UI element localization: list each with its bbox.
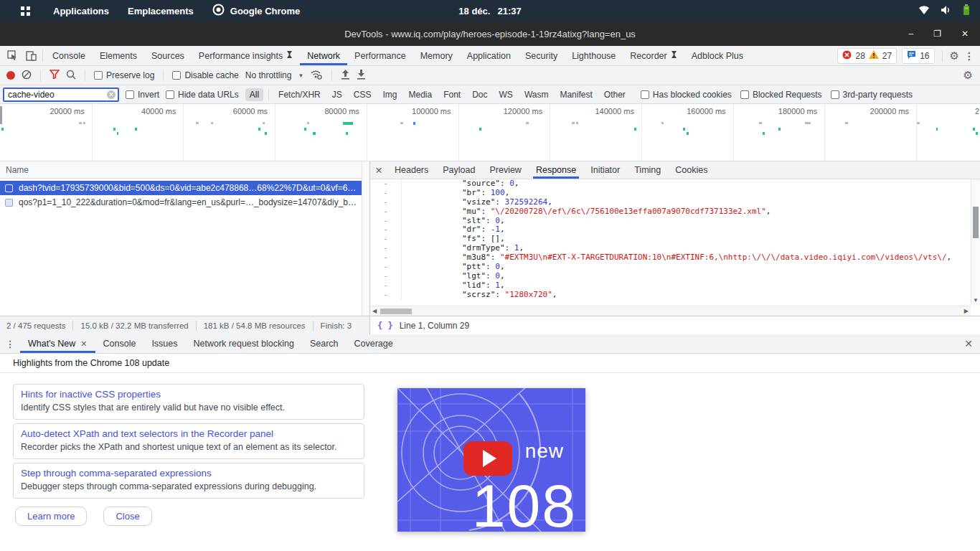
request-list-scrollbar[interactable]	[362, 161, 369, 316]
close-details-icon[interactable]: ✕	[370, 161, 387, 179]
activities-grid-icon[interactable]	[16, 6, 34, 17]
close-tab-icon[interactable]: ✕	[80, 339, 87, 349]
card-title-link[interactable]: Hints for inactive CSS properties	[21, 389, 357, 400]
tab-recorder[interactable]: Recorder	[623, 46, 684, 65]
close-window-button[interactable]: ✕	[961, 29, 969, 39]
filter-type-manifest[interactable]: Manifest	[555, 88, 596, 101]
clear-network-log-icon[interactable]	[22, 70, 32, 82]
tab-network[interactable]: Network	[300, 46, 347, 65]
response-vertical-scrollbar[interactable]: ▼	[971, 179, 980, 306]
card-title-link[interactable]: Step through comma-separated expressions	[21, 468, 357, 479]
close-button[interactable]: Close	[103, 507, 151, 526]
tab-sources[interactable]: Sources	[144, 46, 192, 65]
details-tab-timing[interactable]: Timing	[627, 161, 668, 179]
tab-security[interactable]: Security	[518, 46, 565, 65]
invert-checkbox[interactable]: Invert	[126, 90, 159, 100]
details-tab-cookies[interactable]: Cookies	[668, 161, 715, 179]
fold-marker[interactable]: -	[370, 291, 402, 300]
filter-input[interactable]: ✕	[3, 88, 119, 102]
details-tab-preview[interactable]: Preview	[482, 161, 528, 179]
hide-data-urls-checkbox[interactable]: Hide data URLs	[166, 90, 239, 100]
more-options-icon[interactable]: ⋮	[964, 50, 974, 62]
request-checkbox[interactable]	[5, 199, 13, 207]
request-checkbox[interactable]	[5, 184, 13, 192]
network-settings-gear-icon[interactable]: ⚙	[963, 69, 980, 82]
fold-marker[interactable]: -	[370, 207, 402, 217]
filter-type-img[interactable]: Img	[378, 88, 401, 101]
network-conditions-icon[interactable]	[310, 70, 323, 82]
fold-marker[interactable]: -	[370, 281, 402, 291]
tab-elements[interactable]: Elements	[93, 46, 144, 65]
export-har-icon[interactable]	[357, 69, 366, 82]
scrollbar-thumb[interactable]	[973, 207, 979, 238]
fold-marker[interactable]: -	[370, 272, 402, 281]
clear-filter-icon[interactable]: ✕	[107, 90, 116, 99]
filter-type-all[interactable]: All	[245, 88, 263, 101]
scroll-down-icon[interactable]: ▼	[971, 298, 980, 303]
requests-name-column-header[interactable]: Name	[0, 161, 369, 179]
filter-type-wasm[interactable]: Wasm	[520, 88, 553, 101]
maximize-button[interactable]: ❐	[933, 29, 941, 39]
drawer-tab-what-s-new[interactable]: What's New✕	[20, 334, 95, 353]
fold-marker[interactable]: -	[370, 189, 402, 198]
throttling-select[interactable]: No throttling ▼	[245, 70, 304, 80]
tab-performance-insights[interactable]: Performance insights	[192, 46, 300, 65]
tab-lighthouse[interactable]: Lighthouse	[565, 46, 623, 65]
device-toolbar-icon[interactable]	[22, 46, 40, 65]
volume-icon[interactable]	[941, 5, 952, 17]
tab-console[interactable]: Console	[45, 46, 93, 65]
details-tab-response[interactable]: Response	[529, 161, 583, 179]
tab-memory[interactable]: Memory	[413, 46, 460, 65]
close-drawer-icon[interactable]: ✕	[964, 334, 973, 353]
preserve-log-checkbox[interactable]: Preserve log	[94, 70, 154, 80]
battery-icon[interactable]	[963, 4, 970, 18]
filter-type-css[interactable]: CSS	[349, 88, 376, 101]
response-horizontal-scrollbar[interactable]: ◀ ▶	[370, 306, 971, 316]
filter-type-doc[interactable]: Doc	[468, 88, 491, 101]
card-title-link[interactable]: Auto-detect XPath and text selectors in …	[21, 428, 357, 439]
details-tab-headers[interactable]: Headers	[387, 161, 435, 179]
request-row[interactable]: dash?tvid=17935739000&bid=500&ds=0&vid=a…	[0, 181, 369, 195]
tab-performance[interactable]: Performance	[347, 46, 413, 65]
details-tab-payload[interactable]: Payload	[435, 161, 482, 179]
inspect-element-icon[interactable]	[3, 46, 22, 65]
network-overview-timeline[interactable]: 2 20000 ms40000 ms60000 ms80000 ms100000…	[0, 104, 980, 161]
filter-text-field[interactable]	[6, 89, 107, 100]
braces-icon[interactable]: { }	[377, 321, 393, 331]
drawer-tab-network-request-blocking[interactable]: Network request blocking	[186, 334, 302, 353]
filter-funnel-icon[interactable]	[50, 70, 60, 81]
drawer-tab-issues[interactable]: Issues	[143, 334, 185, 353]
drawer-tab-search[interactable]: Search	[302, 334, 347, 353]
scroll-left-icon[interactable]: ◀	[372, 309, 377, 314]
filter-type-js[interactable]: JS	[328, 88, 347, 101]
details-tab-initiator[interactable]: Initiator	[583, 161, 627, 179]
filter-type-media[interactable]: Media	[404, 88, 436, 101]
settings-gear-icon[interactable]: ⚙	[950, 50, 959, 62]
messages-counter[interactable]: 16	[902, 48, 934, 64]
scroll-right-icon[interactable]: ▶	[964, 309, 969, 314]
filter-type-fetch-xhr[interactable]: Fetch/XHR	[274, 88, 325, 101]
chrome-108-promo-image[interactable]: new 108	[397, 388, 585, 532]
youtube-play-icon[interactable]	[463, 441, 512, 476]
filter-blocked-requests-checkbox[interactable]: Blocked Requests	[740, 90, 822, 100]
wifi-icon[interactable]	[918, 5, 930, 17]
response-body-view[interactable]: -"source": 0,-"br": 100,-"vsize": 372592…	[370, 179, 971, 306]
drawer-tab-coverage[interactable]: Coverage	[347, 334, 401, 353]
filter-3rd-party-requests-checkbox[interactable]: 3rd-party requests	[831, 90, 913, 100]
filter-type-ws[interactable]: WS	[495, 88, 517, 101]
drawer-tab-console[interactable]: Console	[95, 334, 144, 353]
search-icon[interactable]	[66, 70, 76, 82]
fold-marker[interactable]: -	[370, 263, 402, 272]
menu-applications[interactable]: Applications	[53, 6, 109, 17]
record-network-log-button[interactable]	[6, 71, 15, 80]
learn-more-button[interactable]: Learn more	[15, 507, 87, 526]
minimize-button[interactable]: –	[908, 29, 913, 39]
tab-adblock-plus[interactable]: Adblock Plus	[684, 46, 750, 65]
drawer-more-tools-icon[interactable]: ⋮	[0, 334, 20, 353]
filter-has-blocked-cookies-checkbox[interactable]: Has blocked cookies	[641, 90, 732, 100]
issues-counter[interactable]: 28 27	[837, 48, 897, 64]
filter-type-other[interactable]: Other	[600, 88, 630, 101]
fold-marker[interactable]: -	[370, 179, 402, 189]
request-row[interactable]: qos?p1=1_10_222&duration=0&mod=fr&lang=e…	[0, 195, 369, 209]
disable-cache-checkbox[interactable]: Disable cache	[172, 70, 238, 80]
